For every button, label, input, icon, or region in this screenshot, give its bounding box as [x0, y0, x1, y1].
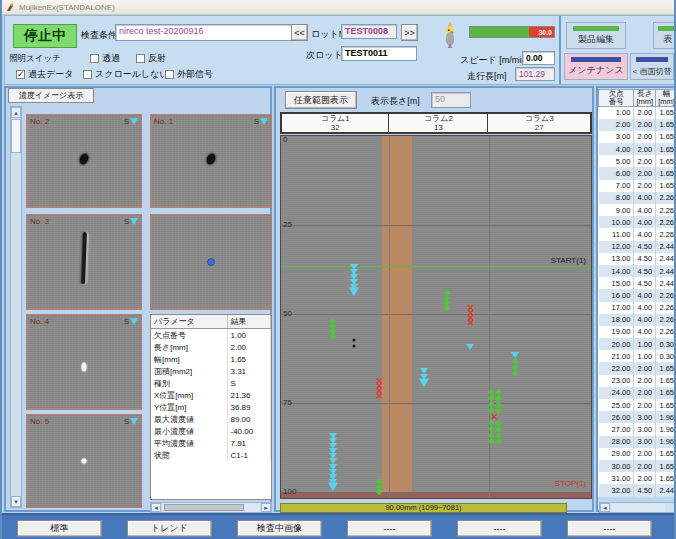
checkbox-no-scroll[interactable]: スクロールしない [83, 68, 168, 81]
defect-point[interactable] [495, 389, 502, 396]
partial-top-button[interactable]: 表 [653, 22, 676, 49]
defect-row[interactable]: 32.004.502.44 [599, 484, 676, 496]
checkbox-box[interactable] [136, 54, 145, 63]
column-header-1[interactable]: コラム132 [282, 114, 389, 132]
scroll-up-button[interactable]: ▲ [11, 107, 21, 118]
defect-point[interactable]: ✕ [467, 319, 475, 327]
defect-point[interactable] [512, 370, 519, 377]
defect-point[interactable] [495, 395, 502, 402]
defect-row[interactable]: 24.002.001.65 [599, 387, 676, 399]
defect-map-chart[interactable]: 0255075100START(1)STOP(1)✕✕✕✕✕✕✕✕✕ [280, 135, 592, 499]
defect-row[interactable]: 29.002.001.65 [599, 448, 676, 460]
defect-row[interactable]: 17.004.002.26 [599, 302, 676, 314]
bottom-button-trend[interactable]: トレンド [127, 520, 212, 537]
image-tile-no5[interactable]: No. 5 S [26, 414, 142, 508]
product-edit-button[interactable]: 製品編集 [566, 22, 626, 49]
param-row[interactable]: 種別S [151, 377, 271, 389]
scroll-thumb[interactable] [164, 504, 244, 511]
defect-row[interactable]: 20.001.000.30 [599, 338, 676, 350]
defect-row[interactable]: 7.002.001.65 [599, 180, 676, 192]
image-tile-no4[interactable]: No. 4 S [26, 314, 142, 410]
defect-row[interactable]: 8.004.002.26 [599, 192, 676, 204]
defect-point[interactable] [511, 352, 519, 358]
image-tile-selected[interactable] [150, 214, 272, 310]
image-tile-no2[interactable]: No. 2 S [26, 114, 142, 208]
lot-next-button[interactable]: >> [401, 24, 418, 41]
defect-row[interactable]: 12.004.502.44 [599, 241, 676, 253]
lot-prev-button[interactable]: << [291, 24, 308, 41]
maintenance-button[interactable]: メンテナンス [564, 53, 628, 80]
defect-point[interactable] [466, 344, 474, 350]
image-tile-no1[interactable]: No. 1 S [150, 114, 272, 208]
defect-point[interactable]: ✕ [491, 413, 499, 421]
param-row[interactable]: 長さ[mm]2.00 [151, 341, 271, 353]
defect-row[interactable]: 30.002.001.65 [599, 460, 676, 472]
checkbox-box[interactable] [16, 70, 25, 79]
defect-row[interactable]: 22.002.001.65 [599, 362, 676, 374]
defect-row[interactable]: 11.004.002.26 [599, 228, 676, 240]
screen-switch-button[interactable]: < 画面切替 [630, 53, 674, 80]
defect-point[interactable] [495, 438, 502, 445]
defect-point[interactable]: ✕ [375, 392, 383, 400]
param-row[interactable]: 欠点番号1.00 [151, 329, 271, 342]
param-row[interactable]: 幅[mm]1.65 [151, 353, 271, 365]
param-row[interactable]: X位置[mm]21.36 [151, 389, 271, 401]
checkbox-toka[interactable]: 透過 [90, 52, 120, 65]
scroll-thumb[interactable] [11, 119, 21, 153]
defect-row[interactable]: 9.004.002.26 [599, 204, 676, 216]
defect-row[interactable]: 4.002.001.65 [599, 143, 676, 155]
image-tile-no3[interactable]: No. 3 S [26, 214, 142, 310]
param-horizontal-scrollbar[interactable]: ◄ ► [150, 502, 272, 513]
defect-horizontal-scrollbar[interactable]: ◄ [599, 502, 676, 513]
bottom-button-blank2[interactable]: ---- [457, 520, 542, 537]
defect-row[interactable]: 3.002.001.65 [599, 131, 676, 143]
inspection-condition-field[interactable]: nireco test-20200916 [115, 24, 293, 41]
defect-point[interactable] [419, 379, 429, 388]
defect-row[interactable]: 16.004.002.26 [599, 289, 676, 301]
param-row[interactable]: 最小濃度値-40.00 [151, 425, 271, 437]
vertical-scrollbar[interactable]: ▲ ▼ [10, 106, 22, 508]
defect-row[interactable]: 25.002.001.65 [599, 399, 676, 411]
defect-point[interactable] [495, 432, 502, 439]
bottom-button-inspection-image[interactable]: 検査中画像 [237, 520, 322, 537]
checkbox-box[interactable] [83, 70, 92, 79]
column-header-2[interactable]: コラム213 [389, 114, 488, 132]
defect-row[interactable]: 21.001.000.30 [599, 350, 676, 362]
defect-row[interactable]: 6.002.001.65 [599, 167, 676, 179]
display-length-field[interactable]: 50 [431, 92, 471, 108]
defect-row[interactable]: 18.004.002.26 [599, 314, 676, 326]
checkbox-hansha[interactable]: 反射 [136, 52, 166, 65]
defect-row[interactable]: 23.002.001.65 [599, 375, 676, 387]
scroll-left-button[interactable]: ◄ [151, 503, 161, 512]
param-row[interactable]: 最大濃度値89.00 [151, 413, 271, 425]
defect-row[interactable]: 14.004.502.44 [599, 265, 676, 277]
defect-row[interactable]: 2.002.001.65 [599, 119, 676, 131]
bottom-button-blank1[interactable]: ---- [347, 520, 432, 537]
scroll-down-button[interactable]: ▼ [11, 496, 21, 507]
scroll-track[interactable] [611, 503, 665, 512]
defect-row[interactable]: 31.002.001.65 [599, 472, 676, 484]
param-row[interactable]: 状態C1-1 [151, 449, 271, 461]
next-lot-field[interactable]: TEST0011 [341, 46, 417, 61]
defect-point[interactable] [443, 304, 450, 311]
density-image-tab[interactable]: 濃度イメージ表示 [8, 88, 94, 103]
column-header-3[interactable]: コラム327 [488, 114, 590, 132]
defect-point[interactable] [353, 345, 356, 348]
scroll-right-button[interactable]: ► [261, 503, 271, 512]
position-indicator-bar[interactable]: 90.00mm (1099~7081) [280, 503, 567, 513]
scroll-left-button[interactable]: ◄ [600, 503, 610, 512]
defect-row[interactable]: 1.002.001.65 [599, 107, 676, 119]
bottom-button-blank3[interactable]: ---- [567, 520, 652, 537]
scroll-track[interactable] [162, 503, 260, 512]
defect-row[interactable]: 27.003.001.96 [599, 423, 676, 435]
checkbox-box[interactable] [165, 70, 174, 79]
checkbox-external[interactable]: 外部信号 [165, 68, 213, 81]
defect-row[interactable]: 13.004.502.44 [599, 253, 676, 265]
defect-point[interactable] [353, 339, 356, 342]
param-row[interactable]: Y位置[m]36.89 [151, 401, 271, 413]
defect-point[interactable] [495, 426, 502, 433]
defect-row[interactable]: 26.003.001.96 [599, 411, 676, 423]
defect-point[interactable] [495, 401, 502, 408]
defect-row[interactable]: 15.004.502.44 [599, 277, 676, 289]
defect-row[interactable]: 5.002.001.65 [599, 155, 676, 167]
